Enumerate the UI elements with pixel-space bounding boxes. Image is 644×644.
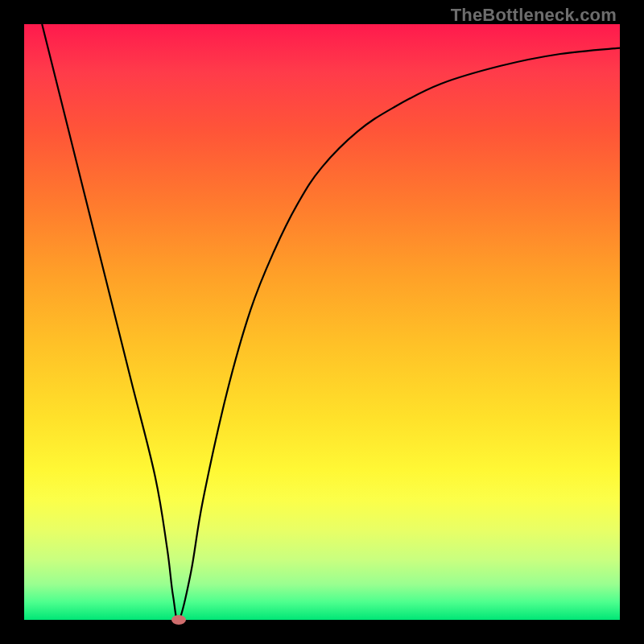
minimum-marker: [171, 615, 186, 625]
plot-area: [24, 24, 620, 620]
bottleneck-curve: [24, 24, 620, 620]
watermark-text: TheBottleneck.com: [451, 5, 617, 26]
chart-frame: TheBottleneck.com: [0, 0, 644, 644]
